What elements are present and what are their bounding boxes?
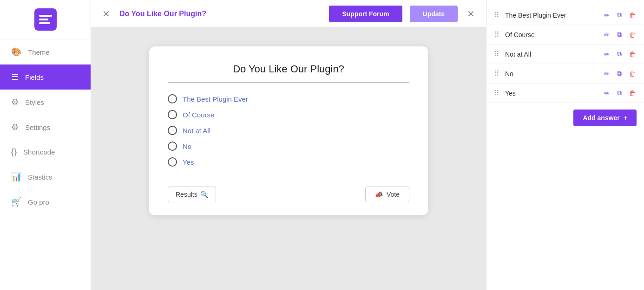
sidebar-item-label-theme: Theme xyxy=(28,48,50,56)
answer-actions-1: ✏ ⧉ 🗑 xyxy=(601,9,638,21)
poll-option-4[interactable]: No xyxy=(168,142,409,151)
preview-area: Do You Like Our Plugin? The Best Plugin … xyxy=(91,28,486,290)
sidebar-item-label-shortcode: Shortcode xyxy=(23,148,55,156)
support-forum-button[interactable]: Support Forum xyxy=(329,6,402,22)
sidebar-item-label-styles: Styles xyxy=(25,98,44,106)
copy-answer-2-button[interactable]: ⧉ xyxy=(614,29,624,40)
sidebar-item-label-fields: Fields xyxy=(25,73,44,81)
add-answer-button[interactable]: Add answer + xyxy=(573,110,637,126)
poll-actions: Results 🔍 📣 Vote xyxy=(168,187,409,202)
sidebar-item-theme[interactable]: 🎨 Theme xyxy=(0,39,91,64)
poll-option-label-1: The Best Plugin Ever xyxy=(183,95,248,103)
edit-answer-5-button[interactable]: ✏ xyxy=(601,87,612,99)
edit-answer-3-button[interactable]: ✏ xyxy=(601,48,612,60)
add-answer-label: Add answer xyxy=(583,114,619,122)
results-search-icon: 🔍 xyxy=(200,191,208,198)
svg-rect-3 xyxy=(39,22,50,24)
poll-divider xyxy=(168,178,409,178)
styles-icon: ⚙ xyxy=(11,97,19,107)
logo-area xyxy=(0,0,91,39)
drag-handle-3[interactable]: ⠿ xyxy=(492,50,501,58)
sidebar-item-label-settings: Settings xyxy=(25,123,50,131)
answer-actions-5: ✏ ⧉ 🗑 xyxy=(601,87,638,99)
delete-answer-2-button[interactable]: 🗑 xyxy=(626,29,638,40)
poll-option-5[interactable]: Yes xyxy=(168,157,409,167)
gopro-icon: 🛒 xyxy=(11,197,21,207)
answer-actions-4: ✏ ⧉ 🗑 xyxy=(601,68,638,79)
answer-row-1: ⠿ The Best Plugin Ever ✏ ⧉ 🗑 xyxy=(486,6,644,25)
poll-radio-1[interactable] xyxy=(168,94,177,103)
drag-handle-1[interactable]: ⠿ xyxy=(492,11,501,19)
delete-answer-5-button[interactable]: 🗑 xyxy=(626,87,638,99)
poll-vote-button[interactable]: 📣 Vote xyxy=(365,187,409,202)
main-area: ✕ Do You Like Our Plugin? Support Forum … xyxy=(91,0,486,290)
answer-label-1: The Best Plugin Ever xyxy=(505,12,598,19)
vote-megaphone-icon: 📣 xyxy=(375,191,383,198)
drag-handle-2[interactable]: ⠿ xyxy=(492,30,501,39)
poll-results-button[interactable]: Results 🔍 xyxy=(168,187,216,202)
poll-option-label-2: Of Course xyxy=(183,111,214,119)
poll-results-label: Results xyxy=(176,191,197,198)
topbar-dismiss-button[interactable]: ✕ xyxy=(465,6,477,21)
drag-handle-5[interactable]: ⠿ xyxy=(492,89,501,97)
sidebar-item-fields[interactable]: ☰ Fields xyxy=(0,64,91,90)
poll-option-label-5: Yes xyxy=(183,158,194,166)
topbar-title: Do You Like Our Plugin? xyxy=(119,10,322,18)
topbar-close-button[interactable]: ✕ xyxy=(100,6,112,21)
edit-answer-1-button[interactable]: ✏ xyxy=(601,9,612,21)
answer-row-5: ⠿ Yes ✏ ⧉ 🗑 xyxy=(486,84,644,103)
add-answer-row: Add answer + xyxy=(486,103,644,126)
plus-icon: + xyxy=(624,114,627,122)
delete-answer-1-button[interactable]: 🗑 xyxy=(626,9,638,21)
svg-rect-1 xyxy=(39,15,52,17)
delete-answer-4-button[interactable]: 🗑 xyxy=(626,68,638,79)
svg-rect-2 xyxy=(39,19,48,20)
answer-row-4: ⠿ No ✏ ⧉ 🗑 xyxy=(486,64,644,84)
settings-icon: ⚙ xyxy=(11,122,19,132)
copy-answer-1-button[interactable]: ⧉ xyxy=(614,9,624,21)
poll-option-2[interactable]: Of Course xyxy=(168,110,409,119)
answer-actions-2: ✏ ⧉ 🗑 xyxy=(601,29,638,40)
sidebar-item-settings[interactable]: ⚙ Settings xyxy=(0,115,91,140)
copy-answer-5-button[interactable]: ⧉ xyxy=(614,87,624,99)
poll-radio-3[interactable] xyxy=(168,126,177,135)
delete-answer-3-button[interactable]: 🗑 xyxy=(626,48,638,60)
edit-answer-2-button[interactable]: ✏ xyxy=(601,29,612,40)
drag-handle-4[interactable]: ⠿ xyxy=(492,69,501,78)
sidebar-item-shortcode[interactable]: {} Shortcode xyxy=(0,140,91,164)
app-logo xyxy=(34,8,57,31)
sidebar-item-gopro[interactable]: 🛒 Go pro xyxy=(0,189,91,214)
answer-label-3: Not at All xyxy=(505,51,598,58)
poll-card: Do You Like Our Plugin? The Best Plugin … xyxy=(149,46,428,215)
answer-row-3: ⠿ Not at All ✏ ⧉ 🗑 xyxy=(486,45,644,64)
sidebar-item-stastics[interactable]: 📊 Stastics xyxy=(0,164,91,189)
stastics-icon: 📊 xyxy=(11,172,21,182)
sidebar-item-label-gopro: Go pro xyxy=(28,198,49,206)
poll-option-label-3: Not at All xyxy=(183,127,210,135)
answer-label-5: Yes xyxy=(505,90,598,97)
poll-option-label-4: No xyxy=(183,142,191,150)
sidebar-item-styles[interactable]: ⚙ Styles xyxy=(0,90,91,115)
poll-radio-5[interactable] xyxy=(168,157,177,167)
answer-label-4: No xyxy=(505,70,598,77)
copy-answer-4-button[interactable]: ⧉ xyxy=(614,68,624,79)
right-panel: ⠿ The Best Plugin Ever ✏ ⧉ 🗑 ⠿ Of Course… xyxy=(486,0,644,290)
poll-vote-label: Vote xyxy=(387,191,400,198)
poll-radio-4[interactable] xyxy=(168,142,177,151)
poll-option-3[interactable]: Not at All xyxy=(168,126,409,135)
edit-answer-4-button[interactable]: ✏ xyxy=(601,68,612,79)
topbar: ✕ Do You Like Our Plugin? Support Forum … xyxy=(91,0,486,28)
answer-actions-3: ✏ ⧉ 🗑 xyxy=(601,48,638,60)
answer-label-2: Of Course xyxy=(505,31,598,39)
fields-icon: ☰ xyxy=(11,72,19,82)
sidebar-item-label-stastics: Stastics xyxy=(28,173,53,181)
poll-radio-2[interactable] xyxy=(168,110,177,119)
copy-answer-3-button[interactable]: ⧉ xyxy=(614,48,624,60)
update-button[interactable]: Update xyxy=(410,6,458,22)
shortcode-icon: {} xyxy=(11,147,17,157)
answer-row-2: ⠿ Of Course ✏ ⧉ 🗑 xyxy=(486,25,644,45)
poll-title: Do You Like Our Plugin? xyxy=(168,63,409,83)
poll-options: The Best Plugin Ever Of Course Not at Al… xyxy=(168,94,409,167)
poll-option-1[interactable]: The Best Plugin Ever xyxy=(168,94,409,103)
theme-icon: 🎨 xyxy=(11,47,21,57)
